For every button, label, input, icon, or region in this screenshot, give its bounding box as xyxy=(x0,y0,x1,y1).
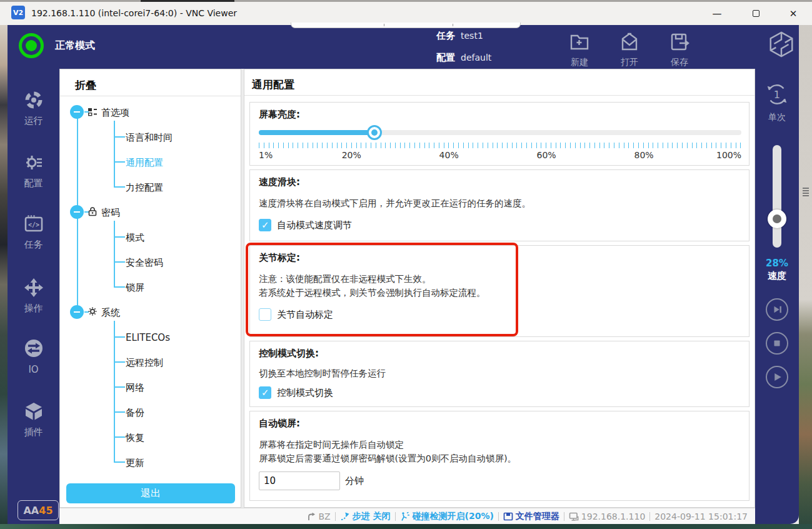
tree-item-preferences[interactable]: 首选项 xyxy=(101,107,129,119)
brightness-slider[interactable] xyxy=(259,130,741,135)
tree-item-remote-control[interactable]: 远程控制 xyxy=(126,357,163,369)
tree-line xyxy=(114,136,125,138)
tree-item-password[interactable]: 密码 xyxy=(101,207,120,219)
settings-tree-panel: 折叠 首选项 语言和时间 通用配置 力控配置 xyxy=(59,69,241,508)
control-mode-checkbox-row[interactable]: 控制模式切换 xyxy=(259,386,333,399)
play-button[interactable] xyxy=(766,366,788,388)
step-icon xyxy=(340,511,350,521)
section-auto-lock: 自动锁屏: 屏幕将在指定时间无操作后自动锁定 屏幕锁定后需要通过锁屏密码解锁(设… xyxy=(249,411,749,501)
tree-item-system[interactable]: 系统 xyxy=(101,307,120,319)
checkbox-icon[interactable] xyxy=(259,219,271,231)
collision-detection-indicator[interactable]: 碰撞检测开启(20%) xyxy=(400,511,494,522)
mode-indicator-icon[interactable] xyxy=(19,33,44,58)
stop-button[interactable] xyxy=(766,332,788,355)
tree-item-update[interactable]: 更新 xyxy=(126,457,144,469)
new-task-button[interactable]: 新建 xyxy=(557,31,602,68)
section-note-line1: 注意：该使能配置仅在非远程模式下生效。 xyxy=(259,273,431,285)
speed-slider-vertical[interactable] xyxy=(773,145,781,248)
task-value: test1 xyxy=(461,31,483,41)
brightness-fill xyxy=(259,130,374,135)
bz-indicator[interactable]: BZ xyxy=(307,511,330,521)
lock-minutes-input[interactable] xyxy=(259,471,340,490)
bz-label: BZ xyxy=(318,511,330,521)
tree-item-backup[interactable]: 备份 xyxy=(126,407,144,419)
save-task-label: 保存 xyxy=(671,57,688,68)
minimize-button[interactable]: — xyxy=(699,2,735,25)
bz-icon xyxy=(307,512,316,521)
sidebar-label: 插件 xyxy=(24,426,43,438)
tree-toggle-system[interactable] xyxy=(70,305,84,319)
desktop-edge-right xyxy=(799,25,812,524)
org-icon xyxy=(88,107,98,119)
tick-label: 60% xyxy=(537,150,556,160)
desktop-edge-scrollbar xyxy=(803,188,809,198)
tree-line xyxy=(114,161,125,163)
tree-toggle-password[interactable] xyxy=(70,205,84,219)
tree-item-network[interactable]: 网络 xyxy=(126,382,144,394)
vnc-toolbar-tab[interactable] xyxy=(291,23,521,28)
tree-line xyxy=(114,261,125,263)
sidebar-label: 任务 xyxy=(24,239,43,251)
step-mode-indicator[interactable]: 步进 关闭 xyxy=(340,511,391,522)
titlebar[interactable]: V2 192.168.1.110 (intel-corei7-64:0) - V… xyxy=(0,2,812,25)
sidebar-item-operate[interactable]: 操作 xyxy=(8,278,59,315)
tree-item-general-config[interactable]: 通用配置 xyxy=(126,157,163,169)
separator xyxy=(649,512,650,521)
sidebar-item-run[interactable]: 运行 xyxy=(8,90,59,127)
brightness-tick-labels: 1% 20% 40% 60% 80% 100% xyxy=(259,150,741,161)
robot-badge-suffix: 45 xyxy=(39,505,53,516)
file-manager-button[interactable]: 文件管理器 xyxy=(503,511,559,522)
separator xyxy=(335,512,336,521)
section-label: 自动锁屏: xyxy=(259,418,300,430)
joint-auto-calibration-checkbox-row[interactable]: 关节自动标定 xyxy=(259,308,333,321)
section-label: 控制模式切换: xyxy=(259,348,319,360)
tree-collapse-button[interactable]: 折叠 xyxy=(75,78,96,93)
maximize-button[interactable] xyxy=(738,2,774,25)
step-run-button[interactable] xyxy=(766,298,788,321)
gear-list-icon xyxy=(24,153,44,175)
exit-button[interactable]: 退出 xyxy=(66,483,235,503)
section-desc: 切换至本地控制时暂停任务运行 xyxy=(259,368,386,380)
close-button[interactable]: ✕ xyxy=(775,2,811,25)
tree-item-language-time[interactable]: 语言和时间 xyxy=(126,132,173,144)
config-value: default xyxy=(461,53,491,63)
open-task-button[interactable]: 打开 xyxy=(607,31,652,68)
auto-speed-checkbox-row[interactable]: 自动模式速度调节 xyxy=(259,219,352,231)
tree-item-lock-screen[interactable]: 锁屏 xyxy=(126,282,144,294)
tree-toggle-preferences[interactable] xyxy=(70,105,84,119)
speed-slider-handle[interactable] xyxy=(768,209,786,228)
tick-label: 40% xyxy=(439,150,459,160)
section-label: 速度滑块: xyxy=(259,176,300,188)
tree-line xyxy=(114,361,125,363)
sidebar-item-task[interactable]: </> 任务 xyxy=(8,214,59,251)
sidebar-item-config[interactable]: 配置 xyxy=(8,153,59,189)
tree-item-elitecos[interactable]: ELITECOs xyxy=(126,332,170,343)
collision-detection-label: 碰撞检测开启(20%) xyxy=(413,511,494,522)
new-folder-icon xyxy=(569,31,590,55)
monitor-icon xyxy=(569,511,579,521)
checkbox-icon[interactable] xyxy=(259,386,271,399)
tree-line xyxy=(114,186,125,188)
page-title: 通用配置 xyxy=(252,78,294,92)
datetime: 2024-09-11 15:01:17 xyxy=(654,511,748,521)
sidebar-item-plugin[interactable]: 插件 xyxy=(8,401,59,438)
open-task-label: 打开 xyxy=(621,57,638,68)
tree-line xyxy=(114,336,125,338)
tree-item-safety-password[interactable]: 安全密码 xyxy=(126,257,163,269)
checkbox-icon[interactable] xyxy=(259,308,271,321)
robot-name-badge[interactable]: AA45 xyxy=(18,500,59,520)
ip-address: 192.168.1.110 xyxy=(581,511,645,521)
save-task-button[interactable]: 保存 xyxy=(657,31,702,68)
collision-icon xyxy=(400,511,410,521)
separator xyxy=(498,512,499,521)
single-cycle-button[interactable]: 1 单次 xyxy=(755,81,799,123)
tree-item-force-config[interactable]: 力控配置 xyxy=(126,182,163,194)
tree-line xyxy=(114,411,125,413)
brightness-handle[interactable] xyxy=(367,125,382,140)
vnc-app-icon: V2 xyxy=(11,6,25,19)
tree-item-mode[interactable]: 模式 xyxy=(126,232,144,244)
section-desc: 速度滑块将在自动模式下启用，并允许更改正在运行的任务的速度。 xyxy=(259,198,531,209)
sidebar-item-io[interactable]: IO xyxy=(8,338,59,375)
section-control-mode: 控制模式切换: 切换至本地控制时暂停任务运行 控制模式切换 xyxy=(249,341,749,407)
tree-item-restore[interactable]: 恢复 xyxy=(126,432,144,444)
